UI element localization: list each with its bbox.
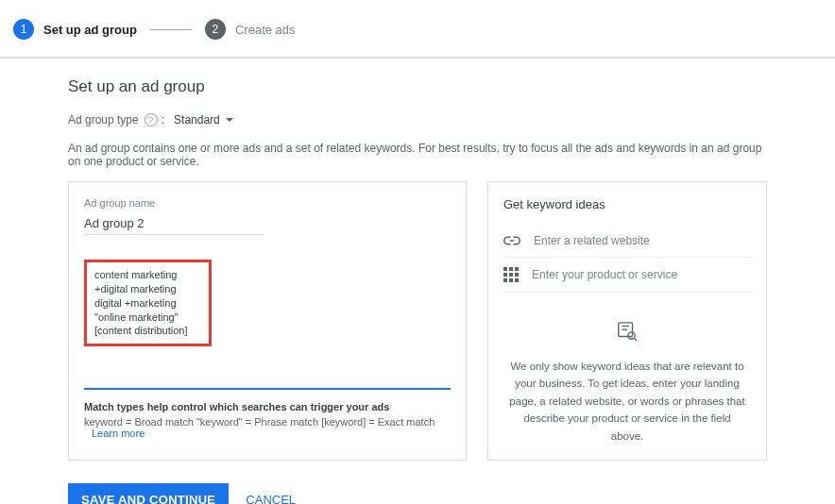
- cancel-button[interactable]: CANCEL: [246, 493, 296, 504]
- link-icon: [503, 236, 520, 245]
- learn-more-link[interactable]: Learn more: [92, 428, 145, 439]
- ad-group-type-label: Ad group type: [68, 113, 139, 126]
- ad-group-name-input[interactable]: [84, 214, 264, 235]
- svg-rect-2: [515, 267, 519, 271]
- keyword-line: [content distribution]: [94, 324, 201, 338]
- svg-line-13: [634, 338, 637, 341]
- svg-rect-4: [509, 273, 513, 277]
- footer-actions: SAVE AND CONTINUE CANCEL: [68, 483, 767, 504]
- svg-point-12: [628, 332, 635, 339]
- page-title: Set up an ad group: [68, 77, 767, 96]
- svg-rect-0: [503, 267, 507, 271]
- svg-rect-7: [509, 278, 513, 282]
- svg-rect-6: [503, 278, 507, 282]
- svg-rect-1: [509, 267, 513, 271]
- step-2[interactable]: 2 Create ads: [205, 19, 296, 40]
- keyword-line: digital +marketing: [94, 296, 201, 311]
- help-icon[interactable]: ?: [145, 113, 158, 126]
- ad-group-type-dropdown[interactable]: Standard: [174, 113, 233, 126]
- ad-group-card: Ad group name content marketing +digital…: [68, 181, 467, 461]
- save-continue-button[interactable]: SAVE AND CONTINUE: [68, 483, 229, 504]
- match-types-description: keyword = Broad match "keyword" = Phrase…: [84, 416, 451, 439]
- main-content: Set up an ad group Ad group type ? : Sta…: [0, 59, 835, 504]
- svg-rect-5: [515, 273, 519, 277]
- search-page-icon: [617, 321, 638, 344]
- ad-group-type-value: Standard: [174, 113, 220, 126]
- match-types-text: keyword = Broad match "keyword" = Phrase…: [84, 416, 435, 428]
- step-1-label: Set up ad group: [43, 23, 137, 37]
- keyword-ideas-title: Get keyword ideas: [503, 197, 751, 211]
- ad-group-type-row: Ad group type ? : Standard: [68, 113, 767, 126]
- step-divider: [150, 29, 192, 30]
- step-1[interactable]: 1 Set up ad group: [13, 19, 137, 40]
- keyword-line: content marketing: [94, 268, 201, 282]
- keywords-highlight: content marketing +digital marketing dig…: [84, 260, 212, 346]
- keyword-ideas-card: Get keyword ideas: [487, 181, 767, 461]
- product-service-row: [503, 258, 751, 293]
- keyword-line: "online marketing": [94, 311, 201, 325]
- ad-group-name-label: Ad group name: [84, 197, 451, 209]
- empty-state: We only show keyword ideas that are rele…: [503, 321, 751, 445]
- grid-icon: [503, 267, 519, 282]
- svg-rect-8: [515, 278, 519, 282]
- keyword-line: +digital marketing: [94, 282, 201, 296]
- page-description: An ad group contains one or more ads and…: [68, 142, 767, 168]
- step-2-number: 2: [205, 19, 226, 40]
- svg-rect-3: [503, 273, 507, 277]
- empty-state-text: We only show keyword ideas that are rele…: [503, 358, 751, 445]
- related-website-row: [503, 225, 751, 258]
- match-types-title: Match types help control which searches …: [84, 401, 451, 412]
- step-1-number: 1: [13, 19, 34, 40]
- step-2-label: Create ads: [235, 23, 296, 37]
- progress-stepper: 1 Set up ad group 2 Create ads: [0, 0, 835, 59]
- chevron-down-icon: [226, 118, 233, 122]
- keywords-textarea[interactable]: content marketing +digital marketing dig…: [84, 260, 451, 390]
- product-service-input[interactable]: [532, 268, 751, 281]
- colon: :: [162, 113, 164, 126]
- related-website-input[interactable]: [534, 234, 751, 247]
